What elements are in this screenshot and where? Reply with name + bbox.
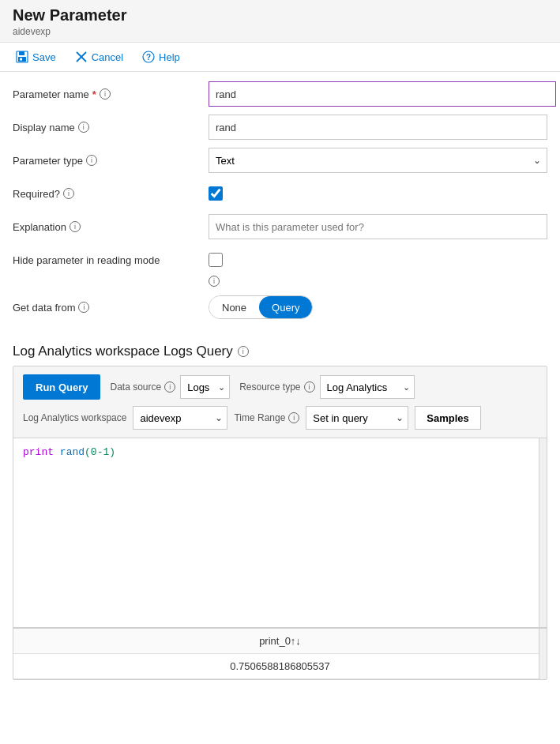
data-source-group: Data source i Logs ⌄: [110, 375, 230, 399]
param-name-input-wrap: ✓: [209, 81, 560, 107]
help-button[interactable]: ? Help: [139, 49, 183, 65]
get-data-toggle-group: None Query: [209, 295, 313, 319]
required-label: Required? i: [13, 188, 209, 200]
toggle-query-button[interactable]: Query: [259, 296, 312, 318]
help-label: Help: [159, 51, 180, 63]
hide-param-label: Hide parameter in reading mode: [13, 254, 209, 266]
param-type-label: Parameter type i: [13, 155, 209, 167]
param-name-label: Parameter name * i: [13, 88, 209, 100]
required-info-icon[interactable]: i: [63, 188, 74, 199]
get-data-label: Get data from i: [13, 302, 209, 314]
query-section-info-icon[interactable]: i: [238, 346, 249, 357]
time-range-label: Time Range i: [234, 412, 299, 423]
get-data-info-icon[interactable]: i: [78, 302, 89, 313]
display-name-info-icon[interactable]: i: [78, 122, 89, 133]
data-source-select-wrap: Logs ⌄: [180, 375, 230, 399]
subtitle: aidevexp: [13, 26, 547, 37]
display-name-label: Display name i: [13, 122, 209, 133]
workspace-select-wrap: aidevexp ⌄: [133, 406, 227, 430]
resource-type-select-wrap: Log Analytics ⌄: [320, 375, 415, 399]
required-checkbox[interactable]: [209, 186, 223, 201]
hide-param-info-icon[interactable]: i: [209, 276, 220, 287]
get-data-row: Get data from i None Query: [13, 295, 547, 320]
workspace-select[interactable]: aidevexp: [133, 406, 227, 430]
query-section-title: Log Analytics workspace Logs Query i: [0, 337, 560, 366]
time-range-select-wrap: Set in query Last 24 hours Last 7 days ⌄: [306, 406, 408, 430]
code-args: (0-1): [85, 446, 115, 458]
query-panel-row1: Run Query Data source i Logs ⌄ Resource …: [23, 374, 537, 400]
resource-type-group: Resource type i Log Analytics ⌄: [239, 375, 414, 399]
cancel-button[interactable]: Cancel: [72, 49, 126, 65]
page-title: New Parameter: [13, 6, 547, 24]
workspace-label: Log Analytics workspace: [23, 412, 126, 423]
results-header: print_0↑↓: [13, 629, 547, 654]
resource-type-label: Resource type i: [239, 381, 314, 393]
svg-rect-3: [20, 58, 22, 61]
results-column-label: print_0↑↓: [259, 635, 301, 647]
code-keyword: print: [23, 446, 54, 458]
results-row: 0.7506588186805537: [13, 654, 547, 679]
code-area[interactable]: print rand(0-1): [13, 438, 547, 628]
time-range-select[interactable]: Set in query Last 24 hours Last 7 days: [306, 406, 408, 430]
save-button[interactable]: Save: [13, 49, 59, 65]
explanation-info-icon[interactable]: i: [70, 221, 81, 232]
results-area: print_0↑↓ 0.7506588186805537: [13, 628, 547, 679]
time-range-info-icon[interactable]: i: [288, 412, 299, 423]
samples-button[interactable]: Samples: [415, 406, 480, 430]
display-name-input[interactable]: [209, 115, 547, 140]
param-name-input[interactable]: [209, 81, 556, 107]
hide-param-row: Hide parameter in reading mode i: [13, 247, 547, 287]
hide-param-info: i: [209, 274, 547, 287]
help-icon: ?: [142, 51, 155, 63]
param-type-select[interactable]: Text Integer Float Boolean DateTime: [209, 148, 547, 173]
hide-param-top: Hide parameter in reading mode: [13, 247, 547, 272]
cancel-icon: [75, 51, 88, 63]
cancel-label: Cancel: [92, 51, 123, 63]
query-panel: Run Query Data source i Logs ⌄ Resource …: [13, 366, 547, 680]
query-panel-header: Run Query Data source i Logs ⌄ Resource …: [13, 366, 547, 438]
hide-param-checkbox[interactable]: [209, 253, 223, 267]
required-row: Required? i: [13, 181, 547, 206]
results-value: 0.7506588186805537: [230, 660, 330, 672]
svg-rect-1: [19, 51, 24, 55]
data-source-label: Data source i: [110, 381, 175, 393]
explanation-input[interactable]: [209, 214, 547, 239]
save-icon: [16, 51, 28, 63]
svg-text:?: ?: [146, 53, 151, 62]
code-function: rand: [60, 446, 85, 458]
query-panel-row2: Log Analytics workspace aidevexp ⌄ Time …: [23, 406, 537, 430]
form-area: Parameter name * i ✓ Display name i Para…: [0, 72, 560, 337]
results-scrollbar[interactable]: [539, 629, 547, 679]
explanation-row: Explanation i: [13, 214, 547, 239]
code-scrollbar[interactable]: [539, 438, 547, 627]
param-name-row: Parameter name * i ✓: [13, 81, 547, 107]
resource-type-info-icon[interactable]: i: [304, 381, 315, 393]
display-name-row: Display name i: [13, 115, 547, 140]
toggle-none-button[interactable]: None: [209, 296, 259, 318]
resource-type-select[interactable]: Log Analytics: [320, 375, 415, 399]
explanation-label: Explanation i: [13, 221, 209, 233]
code-line: print rand(0-1): [23, 446, 537, 458]
data-source-info-icon[interactable]: i: [164, 381, 175, 393]
param-type-select-wrap: Text Integer Float Boolean DateTime ⌄: [209, 148, 547, 173]
required-star: *: [92, 88, 96, 100]
param-type-info-icon[interactable]: i: [86, 155, 97, 166]
run-query-button[interactable]: Run Query: [23, 374, 100, 400]
data-source-select[interactable]: Logs: [180, 375, 230, 399]
toolbar: Save Cancel ? Help: [0, 43, 560, 72]
save-label: Save: [32, 51, 56, 63]
param-name-info-icon[interactable]: i: [100, 88, 111, 100]
top-bar: New Parameter aidevexp: [0, 0, 560, 43]
param-type-row: Parameter type i Text Integer Float Bool…: [13, 148, 547, 173]
